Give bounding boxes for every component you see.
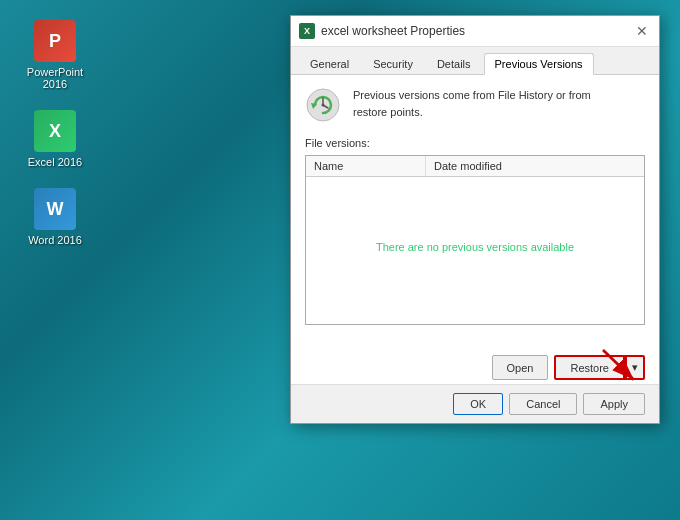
word-icon[interactable]: W Word 2016 [20,188,90,246]
info-section: Previous versions come from File History… [305,87,645,123]
restore-dropdown-button[interactable]: ▾ [625,355,645,380]
restore-button[interactable]: Restore [554,355,625,380]
info-line1: Previous versions come from File History… [353,89,591,118]
table-body: There are no previous versions available [306,177,644,317]
no-versions-message: There are no previous versions available [376,241,574,253]
open-button[interactable]: Open [492,355,549,380]
powerpoint-icon[interactable]: P PowerPoint2016 [20,20,90,90]
restore-group: Restore ▾ [554,355,645,380]
pp-label: PowerPoint2016 [27,66,83,90]
tab-security[interactable]: Security [362,53,424,74]
wd-label: Word 2016 [28,234,82,246]
clock-icon [305,87,341,123]
excel-icon[interactable]: X Excel 2016 [20,110,90,168]
apply-button[interactable]: Apply [583,393,645,415]
tab-bar: General Security Details Previous Versio… [291,47,659,75]
dialog-content: Previous versions come from File History… [291,75,659,347]
col-name: Name [306,156,426,176]
properties-dialog: X excel worksheet Properties ✕ General S… [290,15,660,424]
xl-icon-img: X [34,110,76,152]
cancel-button[interactable]: Cancel [509,393,577,415]
pp-icon-img: P [34,20,76,62]
svg-point-4 [322,104,325,107]
tab-general[interactable]: General [299,53,360,74]
col-date: Date modified [426,156,644,176]
wd-icon-img: W [34,188,76,230]
desktop-icons: P PowerPoint2016 X Excel 2016 W Word 201… [20,20,90,246]
title-bar-left: X excel worksheet Properties [299,23,465,39]
dialog-title: excel worksheet Properties [321,24,465,38]
xl-label: Excel 2016 [28,156,82,168]
ok-button[interactable]: OK [453,393,503,415]
desktop: P PowerPoint2016 X Excel 2016 W Word 201… [0,0,680,520]
tab-previous-versions[interactable]: Previous Versions [484,53,594,75]
tab-details[interactable]: Details [426,53,482,74]
file-versions-label: File versions: [305,137,645,149]
title-bar: X excel worksheet Properties ✕ [291,16,659,47]
close-button[interactable]: ✕ [633,22,651,40]
excel-title-icon: X [299,23,315,39]
info-text: Previous versions come from File History… [353,87,591,120]
versions-table-container: Name Date modified There are no previous… [305,155,645,325]
table-header: Name Date modified [306,156,644,177]
dialog-bottom-buttons: OK Cancel Apply [291,384,659,423]
action-buttons-row: Open Restore ▾ [291,347,659,384]
